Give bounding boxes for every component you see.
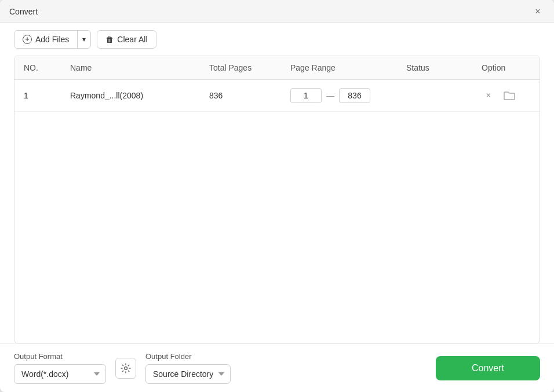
add-files-dropdown-button[interactable]: ▾ [78,31,90,47]
output-folder-select[interactable]: Source Directory Custom... [145,364,231,384]
toolbar: + Add Files ▾ 🗑 Clear All [0,23,554,56]
svg-point-0 [125,367,127,369]
convert-button[interactable]: Convert [436,356,540,380]
add-files-group: + Add Files ▾ [14,30,91,49]
page-range-end-input[interactable] [339,88,370,103]
cell-page-range: — [286,80,402,111]
trash-icon: 🗑 [105,35,114,44]
cell-total-pages: 836 [205,83,286,108]
gear-icon [121,363,131,373]
file-table: NO. Name Total Pages Page Range Status O… [14,56,540,343]
plus-circle-icon: + [23,35,32,44]
add-files-button[interactable]: + Add Files [14,31,78,48]
cell-name: Raymond_...ll(2008) [65,83,205,108]
delete-row-button[interactable]: × [482,89,495,102]
option-group: × [482,89,530,102]
output-folder-label: Output Folder [145,352,231,361]
add-files-label: Add Files [35,35,69,44]
header-option: Option [477,56,535,79]
page-range-group: — [290,88,397,103]
header-no: NO. [19,56,65,79]
clear-all-button[interactable]: 🗑 Clear All [97,30,156,49]
output-folder-group: Output Folder Source Directory Custom... [145,352,231,384]
output-format-group: Output Format Word(*.docx) Excel(*.xlsx)… [14,352,106,384]
chevron-down-icon: ▾ [82,35,86,43]
clear-all-label: Clear All [117,35,147,44]
table-body: 1 Raymond_...ll(2008) 836 — × [14,80,540,343]
output-format-label: Output Format [14,352,106,361]
folder-icon [504,91,515,100]
header-name: Name [65,56,205,79]
window-title: Convert [9,7,38,16]
output-format-select[interactable]: Word(*.docx) Excel(*.xlsx) PowerPoint(*.… [14,364,106,384]
cell-status [402,87,477,104]
main-window: Convert × + Add Files ▾ 🗑 Clear All NO. … [0,0,554,392]
range-dash: — [326,91,334,100]
table-header: NO. Name Total Pages Page Range Status O… [14,56,540,80]
header-status: Status [402,56,477,79]
footer: Output Format Word(*.docx) Excel(*.xlsx)… [0,343,554,392]
cell-no: 1 [19,83,65,108]
open-folder-button[interactable] [502,89,516,102]
header-total-pages: Total Pages [205,56,286,79]
header-page-range: Page Range [286,56,402,79]
cell-option: × [477,80,535,111]
close-button[interactable]: × [531,5,545,19]
settings-button[interactable] [115,358,136,379]
title-bar: Convert × [0,0,554,23]
table-row: 1 Raymond_...ll(2008) 836 — × [14,80,540,112]
page-range-start-input[interactable] [290,88,322,103]
